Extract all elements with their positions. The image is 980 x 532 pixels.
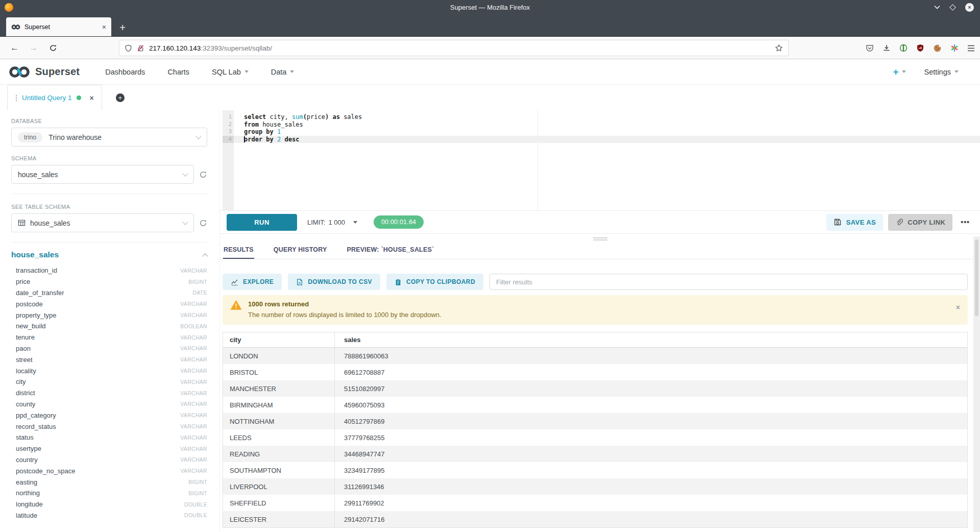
- window-close-icon[interactable]: ×: [965, 3, 974, 12]
- database-select[interactable]: trino Trino warehouse: [11, 128, 207, 147]
- query-tab-bar: Untitled Query 1 × +: [0, 85, 980, 110]
- paperclip-icon: [895, 219, 903, 226]
- column-row: streetVARCHAR: [11, 354, 207, 365]
- column-type: VARCHAR: [180, 368, 207, 374]
- collapse-chevron-icon[interactable]: [202, 253, 208, 259]
- column-type: VARCHAR: [180, 379, 207, 385]
- nav-item-dashboards[interactable]: Dashboards: [105, 68, 145, 76]
- tab-close-icon[interactable]: ×: [102, 23, 106, 31]
- results-tab-preview[interactable]: PREVIEW: `HOUSE_SALES`: [347, 245, 435, 259]
- table-row: BIRMINGHAM45960075093: [223, 397, 967, 413]
- settings-menu[interactable]: Settings: [924, 68, 959, 76]
- more-actions-button[interactable]: •••: [958, 218, 973, 226]
- column-row: record_statusVARCHAR: [11, 421, 207, 432]
- column-row: statusVARCHAR: [11, 432, 207, 443]
- action-button-label: DOWNLOAD TO CSV: [308, 278, 372, 285]
- nav-item-data[interactable]: Data: [271, 68, 295, 76]
- column-type: BIGINT: [188, 490, 207, 496]
- superset-brand[interactable]: Superset: [8, 65, 80, 79]
- editor-code[interactable]: select city, sum(price) as salesfrom hou…: [234, 110, 980, 210]
- refresh-tables-icon[interactable]: [199, 219, 207, 227]
- column-header-city[interactable]: city: [223, 332, 335, 347]
- filter-results-input[interactable]: [489, 274, 968, 290]
- download-to-csv-button[interactable]: DOWNLOAD TO CSV: [288, 274, 380, 290]
- copy-to-clipboard-button[interactable]: COPY TO CLIPBOARD: [386, 274, 483, 290]
- nav-item-charts[interactable]: Charts: [167, 68, 189, 76]
- copy-link-button[interactable]: COPY LINK: [888, 214, 952, 231]
- column-row: northingBIGINT: [11, 488, 207, 499]
- superset-logo-icon: [8, 65, 31, 79]
- database-label: DATABASE: [11, 118, 207, 124]
- window-maximize-icon[interactable]: [949, 4, 956, 11]
- pane-resize-handle[interactable]: [593, 237, 607, 241]
- forward-icon[interactable]: →: [29, 43, 38, 53]
- alert-title: 1000 rows returned: [248, 300, 442, 308]
- column-name: paon: [16, 345, 31, 352]
- add-new-button[interactable]: +: [893, 66, 905, 78]
- table-row: SOUTHAMPTON32349177895: [223, 462, 967, 478]
- nav-item-sql-lab[interactable]: SQL Lab: [212, 68, 249, 76]
- table-name-heading[interactable]: house_sales: [11, 250, 59, 259]
- browser-tab[interactable]: Superset ×: [6, 17, 111, 36]
- chevron-down-icon: [954, 70, 959, 73]
- cookie-icon[interactable]: [933, 44, 942, 53]
- chevron-down-icon: [290, 70, 294, 73]
- query-tab[interactable]: Untitled Query 1 ×: [7, 85, 102, 110]
- cell-city: READING: [223, 446, 335, 462]
- superset-favicon: [11, 24, 20, 30]
- cell-city: SOUTHAMPTON: [223, 462, 335, 478]
- limit-dropdown[interactable]: LIMIT: 1 000: [307, 219, 357, 226]
- bookmark-star-icon[interactable]: [775, 44, 783, 52]
- column-row: postcode_no_spaceVARCHAR: [11, 465, 207, 476]
- sql-editor[interactable]: 1234 select city, sum(price) as salesfro…: [220, 110, 980, 211]
- drag-dots-icon[interactable]: [15, 94, 17, 101]
- download-icon[interactable]: [883, 44, 891, 52]
- code-line: select city, sum(price) as sales: [234, 113, 980, 121]
- run-button[interactable]: RUN: [227, 214, 297, 231]
- alert-body: The number of rows displayed is limited …: [248, 311, 442, 319]
- schema-select[interactable]: house_sales: [11, 165, 194, 184]
- reload-icon[interactable]: [49, 44, 57, 52]
- results-tab-query-history[interactable]: QUERY HISTORY: [273, 245, 328, 259]
- pocket-icon[interactable]: [866, 44, 874, 52]
- explore-chart-icon: [231, 278, 238, 286]
- window-minimize-icon[interactable]: [934, 5, 940, 9]
- menu-icon[interactable]: [967, 45, 975, 52]
- save-as-button[interactable]: SAVE AS: [826, 214, 883, 231]
- divider: [11, 242, 207, 243]
- alert-close-icon[interactable]: ×: [956, 303, 960, 311]
- table-schema-label: SEE TABLE SCHEMA: [11, 204, 207, 210]
- privacy-badger-icon[interactable]: [899, 44, 908, 52]
- extension-icon[interactable]: [950, 44, 959, 52]
- action-button-label: EXPLORE: [243, 278, 274, 285]
- url-host: 217.160.120.143: [149, 44, 201, 52]
- results-scrollbar[interactable]: [973, 236, 980, 532]
- column-type: VARCHAR: [180, 434, 207, 441]
- column-row: paonVARCHAR: [11, 343, 207, 354]
- column-header-sales[interactable]: sales: [335, 336, 967, 344]
- browser-toolbar: ← → 217.160.120.143:32393/superset/sqlla…: [0, 37, 980, 59]
- column-row: districtVARCHAR: [11, 388, 207, 399]
- back-icon[interactable]: ←: [10, 43, 19, 53]
- brand-name: Superset: [35, 66, 80, 78]
- table-select[interactable]: house_sales: [11, 213, 194, 232]
- insecure-lock-icon[interactable]: [137, 44, 144, 52]
- browser-tab-bar: Superset × +: [0, 14, 980, 37]
- column-name: longitude: [16, 500, 43, 508]
- column-type: BIGINT: [188, 279, 207, 285]
- shield-icon[interactable]: [125, 44, 132, 52]
- ublock-origin-icon[interactable]: uB: [916, 44, 924, 52]
- refresh-schema-icon[interactable]: [199, 171, 207, 179]
- column-type: VARCHAR: [180, 412, 207, 418]
- url-path: :32393/superset/sqllab/: [201, 44, 272, 52]
- results-tab-results[interactable]: RESULTS: [223, 245, 254, 259]
- url-bar[interactable]: 217.160.120.143:32393/superset/sqllab/: [119, 40, 789, 56]
- scrollbar-thumb[interactable]: [975, 239, 978, 316]
- code-line: order by 2 desc: [234, 136, 980, 143]
- add-query-tab-button[interactable]: +: [116, 93, 125, 102]
- explore-button[interactable]: EXPLORE: [223, 274, 282, 290]
- column-name: property_type: [16, 311, 57, 319]
- query-tab-close-icon[interactable]: ×: [90, 94, 94, 102]
- new-tab-button[interactable]: +: [119, 22, 126, 33]
- table-row: MANCHESTER51510820997: [223, 380, 967, 397]
